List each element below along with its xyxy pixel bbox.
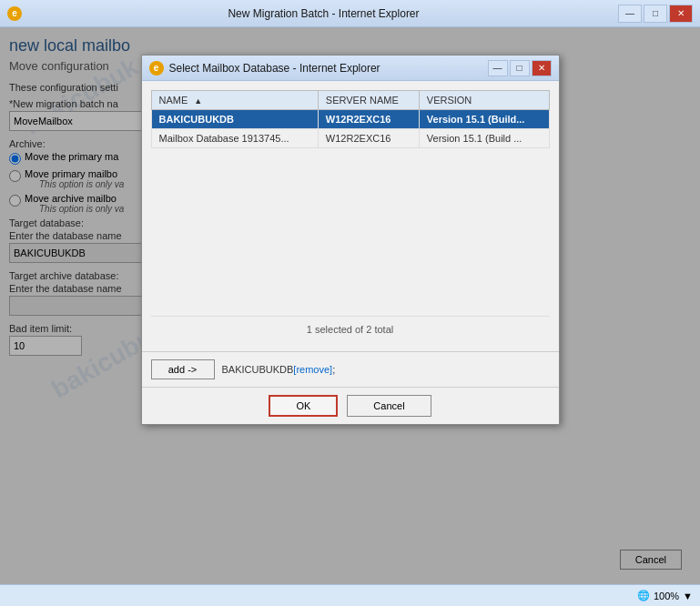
dialog-restore-button[interactable]: □	[510, 60, 530, 76]
zoom-dropdown-icon[interactable]: ▼	[683, 591, 693, 601]
row-server: W12R2EXC16	[318, 129, 419, 148]
col-version[interactable]: VERSION	[419, 91, 549, 110]
cancel-button[interactable]: Cancel	[347, 395, 431, 417]
select-mailbox-dialog: e Select Mailbox Database - Internet Exp…	[141, 55, 560, 425]
zoom-control: 🌐 100% ▼	[637, 590, 693, 601]
window-title: New Migration Batch - Internet Explorer	[29, 7, 618, 20]
minimize-button[interactable]: —	[618, 5, 642, 23]
restore-button[interactable]: □	[644, 5, 667, 23]
ok-button[interactable]: OK	[269, 395, 338, 417]
dialog-close-button[interactable]: ✕	[532, 60, 552, 76]
dialog-title-bar: e Select Mailbox Database - Internet Exp…	[142, 56, 559, 81]
table-row[interactable]: Mailbox Database 1913745... W12R2EXC16 V…	[151, 129, 549, 148]
dialog-body: NAME ▲ SERVER NAME VERSION	[142, 81, 559, 351]
globe-icon: 🌐	[637, 590, 650, 601]
main-content: bakicubuk bakicubuk bakicubuk new local …	[0, 27, 700, 606]
dialog-title: Select Mailbox Database - Internet Explo…	[169, 62, 488, 75]
selected-db-name: BAKICUBUKDB	[222, 364, 294, 375]
add-button[interactable]: add ->	[151, 359, 215, 379]
col-name[interactable]: NAME ▲	[151, 91, 318, 110]
database-table: NAME ▲ SERVER NAME VERSION	[151, 90, 550, 148]
col-server[interactable]: SERVER NAME	[318, 91, 419, 110]
dialog-browser-icon: e	[149, 61, 164, 76]
dialog-minimize-button[interactable]: —	[488, 60, 508, 76]
row-name: Mailbox Database 1913745...	[151, 129, 318, 148]
main-window: e New Migration Batch - Internet Explore…	[0, 0, 700, 606]
row-name: BAKICUBUKDB	[151, 110, 318, 129]
table-empty-area	[151, 148, 550, 312]
dialog-actions: OK Cancel	[142, 387, 559, 424]
selected-items-display: BAKICUBUKDB[remove];	[222, 364, 550, 375]
window-controls: — □ ✕	[618, 5, 693, 23]
row-server: W12R2EXC16	[318, 110, 419, 129]
zoom-level: 100%	[654, 591, 679, 601]
table-row[interactable]: BAKICUBUKDB W12R2EXC16 Version 15.1 (Bui…	[151, 110, 549, 129]
sort-arrow-icon: ▲	[194, 96, 202, 106]
dialog-bottom-bar: add -> BAKICUBUKDB[remove];	[142, 351, 559, 387]
title-bar: e New Migration Batch - Internet Explore…	[0, 0, 700, 27]
selected-suffix: ;	[332, 364, 335, 375]
dialog-controls: — □ ✕	[488, 60, 552, 76]
row-version: Version 15.1 (Build ...	[419, 129, 549, 148]
table-status: 1 selected of 2 total	[151, 316, 550, 342]
remove-link[interactable]: [remove]	[293, 364, 332, 375]
status-bar: 🌐 100% ▼	[0, 584, 700, 606]
row-version: Version 15.1 (Build...	[419, 110, 549, 129]
close-button[interactable]: ✕	[669, 5, 693, 23]
modal-overlay: e Select Mailbox Database - Internet Exp…	[0, 27, 700, 584]
browser-icon: e	[7, 6, 22, 21]
